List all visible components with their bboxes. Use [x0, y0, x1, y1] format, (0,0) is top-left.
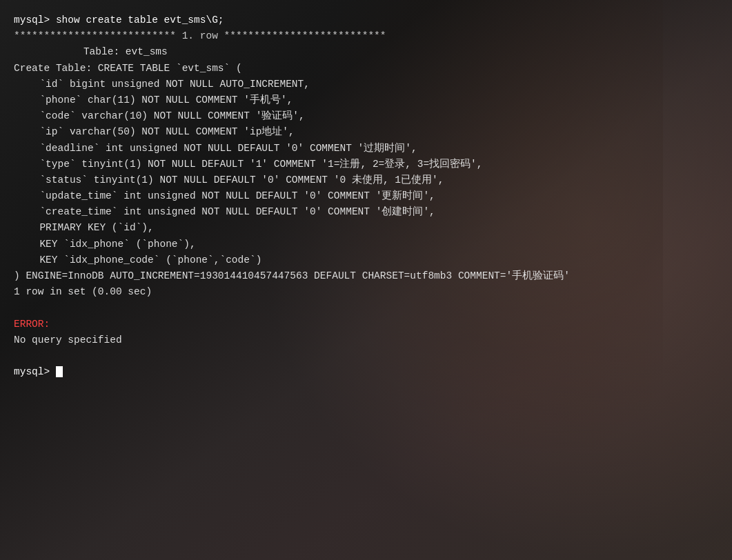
terminal-window: mysql> show create table evt_sms\G; ****…	[0, 0, 732, 560]
terminal-line-rowcount: 1 row in set (0.00 sec)	[14, 284, 718, 300]
terminal-line-field-create: `create_time` int unsigned NOT NULL DEFA…	[14, 204, 718, 220]
terminal-line-field-update: `update_time` int unsigned NOT NULL DEFA…	[14, 188, 718, 204]
terminal-line-field-deadline: `deadline` int unsigned NOT NULL DEFAULT…	[14, 141, 718, 157]
terminal-line-table-label: Table: evt_sms	[14, 44, 718, 60]
terminal-line-key-primary: PRIMARY KEY (`id`),	[14, 220, 718, 236]
terminal-line-field-code: `code` varchar(10) NOT NULL COMMENT '验证码…	[14, 108, 718, 124]
terminal-prompt: mysql>	[14, 364, 718, 380]
terminal-line-key-idx-phone: KEY `idx_phone` (`phone`),	[14, 237, 718, 252]
terminal-line-key-idx-phone-code: KEY `idx_phone_code` (`phone`,`code`)	[14, 252, 718, 268]
terminal-line-field-status: `status` tinyint(1) NOT NULL DEFAULT '0'…	[14, 172, 718, 188]
terminal-line-cmd: mysql> show create table evt_sms\G;	[14, 12, 718, 28]
terminal-blank-2	[14, 348, 718, 364]
terminal-error-label: ERROR:	[14, 317, 718, 332]
terminal-line-sep: *************************** 1. row *****…	[14, 28, 718, 44]
terminal-line-field-ip: `ip` varchar(50) NOT NULL COMMENT 'ip地址'…	[14, 124, 718, 140]
terminal-cursor	[56, 366, 63, 377]
terminal-line-create-label: Create Table: CREATE TABLE `evt_sms` (	[14, 61, 718, 77]
terminal-line-field-id: `id` bigint unsigned NOT NULL AUTO_INCRE…	[14, 77, 718, 92]
terminal-line-field-phone: `phone` char(11) NOT NULL COMMENT '手机号',	[14, 92, 718, 108]
terminal-line-field-type: `type` tinyint(1) NOT NULL DEFAULT '1' C…	[14, 157, 718, 172]
terminal-error-msg: No query specified	[14, 332, 718, 348]
terminal-blank-1	[14, 300, 718, 316]
terminal-line-engine: ) ENGINE=InnoDB AUTO_INCREMENT=193014410…	[14, 268, 718, 284]
